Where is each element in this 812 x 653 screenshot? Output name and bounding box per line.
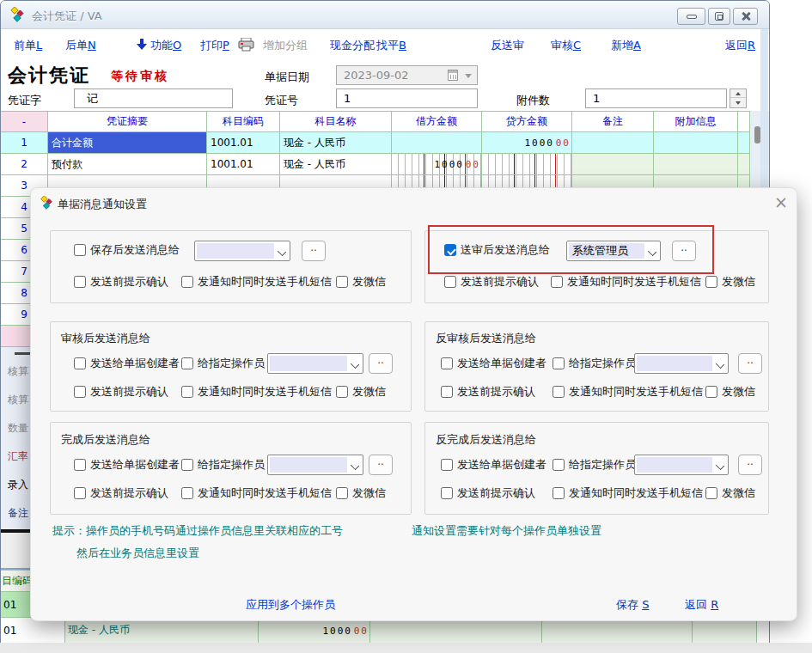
audit-operator-checkbox[interactable]: 给指定操作员 — [181, 357, 265, 370]
screen: 会计凭证 / VA 前单L 后单N 功能O 打印P 增加分组 现金分配 找平B … — [0, 0, 812, 653]
grid-cell-remark[interactable] — [572, 154, 654, 175]
submit-sms-checkbox[interactable]: 发通知时同时发送手机短信 — [551, 275, 701, 289]
uncomplete-wechat-checkbox[interactable]: 发微信 — [705, 486, 755, 500]
toolbar-return[interactable]: 返回R — [725, 38, 755, 53]
grid-cell-summary[interactable]: 合计金额 — [48, 132, 207, 154]
row-number[interactable]: 1 — [1, 132, 48, 154]
save-button[interactable]: 保存 S — [616, 597, 649, 613]
unaudit-confirm-checkbox[interactable]: 发送前提示确认 — [441, 385, 535, 399]
scrollbar-thumb[interactable] — [754, 126, 760, 143]
audit-browse-button[interactable]: .. — [369, 353, 393, 374]
back-button[interactable]: 返回 R — [685, 597, 718, 613]
grid-cell-debit[interactable]: 100000 — [392, 154, 482, 175]
bottom-grid-cell-code[interactable]: 01 — [1, 618, 65, 644]
down-arrow-icon — [137, 39, 147, 51]
toolbar-cash-allocate[interactable]: 现金分配 — [330, 38, 375, 53]
toolbar-functions[interactable]: 功能O — [150, 38, 181, 53]
voucher-word-input[interactable] — [74, 88, 233, 108]
audit-confirm-checkbox[interactable]: 发送前提示确认 — [74, 385, 168, 399]
restore-icon — [715, 12, 723, 21]
row-number[interactable]: 2 — [1, 154, 48, 175]
complete-wechat-checkbox[interactable]: 发微信 — [336, 486, 386, 500]
group-title: 反完成后发送消息给 — [436, 432, 536, 448]
close-button[interactable] — [733, 8, 758, 25]
grid-cell-account-code[interactable]: 1001.01 — [207, 154, 280, 175]
submit-notify-recipient-combo[interactable]: 系统管理员 — [566, 241, 661, 261]
toolbar-next-voucher[interactable]: 后单N — [65, 38, 96, 53]
toolbar-new[interactable]: 新增A — [611, 38, 641, 53]
save-sms-checkbox[interactable]: 发通知时同时发送手机短信 — [181, 275, 332, 289]
grid-cell-credit[interactable] — [482, 154, 572, 175]
grid-cell-extra-info[interactable] — [654, 154, 738, 175]
unaudit-sms-checkbox[interactable]: 发通知时同时发送手机短信 — [553, 385, 703, 399]
apply-to-operators-link[interactable]: 应用到多个操作员 — [246, 597, 335, 613]
attachment-count-input[interactable] — [585, 88, 727, 108]
grid-header-account-code: 科目编码 — [207, 111, 280, 132]
unaudit-operator-checkbox[interactable]: 给指定操作员 — [553, 357, 636, 370]
complete-creator-checkbox[interactable]: 发送给单据创建者 — [74, 458, 180, 472]
audit-wechat-checkbox[interactable]: 发微信 — [336, 385, 386, 399]
complete-confirm-checkbox[interactable]: 发送前提示确认 — [74, 486, 168, 500]
submit-notify-browse-button[interactable]: .. — [672, 241, 696, 261]
table-row: 1 合计金额 1001.01 现金 - 人民币 100000 — [1, 132, 750, 154]
complete-sms-checkbox[interactable]: 发通知时同时发送手机短信 — [181, 486, 332, 500]
uncomplete-browse-button[interactable]: .. — [738, 455, 762, 475]
checkbox-icon — [74, 244, 86, 256]
printer-icon[interactable] — [238, 38, 254, 52]
date-picker[interactable]: 2023-09-02 — [336, 65, 478, 85]
complete-operator-combo[interactable] — [267, 455, 363, 475]
unaudit-wechat-checkbox[interactable]: 发微信 — [705, 385, 755, 399]
submit-confirm-checkbox[interactable]: 发送前提示确认 — [444, 275, 539, 289]
tip-text-1: 提示：操作员的手机号码通过操作员信息里关联相应的工号 — [52, 523, 343, 539]
uncomplete-operator-checkbox[interactable]: 给指定操作员 — [553, 458, 636, 472]
toolbar-add-group[interactable]: 增加分组 — [263, 38, 308, 53]
toolbar-balance[interactable]: 找平B — [376, 38, 406, 53]
toolbar-prev-voucher[interactable]: 前单L — [14, 38, 42, 53]
audit-operator-combo[interactable] — [267, 353, 363, 374]
audit-creator-checkbox[interactable]: 发送给单据创建者 — [74, 357, 180, 370]
minimize-button[interactable] — [677, 8, 705, 25]
bottom-grid-cell-debit[interactable]: 100000 — [259, 618, 370, 644]
grid-cell-account-name[interactable]: 现金 - 人民币 — [280, 132, 392, 154]
grid-cell-credit[interactable]: 100000 — [482, 132, 572, 154]
grid-header-row: - 凭证摘要 科目编码 科目名称 借方金额 贷方金额 备注 附加信息 — [1, 111, 750, 132]
stepper-down-button[interactable] — [730, 99, 746, 107]
grid-cell-summary[interactable]: 预付款 — [48, 154, 207, 175]
unaudit-creator-checkbox[interactable]: 发送给单据创建者 — [441, 357, 546, 370]
uncomplete-sms-checkbox[interactable]: 发通知时同时发送手机短信 — [553, 486, 703, 500]
stepper-up-button[interactable] — [730, 89, 746, 98]
dialog-close-icon[interactable]: × — [771, 192, 791, 212]
grid-header-summary: 凭证摘要 — [48, 111, 207, 132]
complete-browse-button[interactable]: .. — [369, 455, 393, 475]
submit-wechat-checkbox[interactable]: 发微信 — [705, 275, 755, 289]
unaudit-browse-button[interactable]: .. — [738, 353, 762, 374]
grid-cell-debit[interactable] — [392, 132, 482, 154]
up-arrow-icon — [736, 92, 741, 95]
complete-operator-checkbox[interactable]: 给指定操作员 — [181, 458, 265, 472]
toolbar-unsubmit[interactable]: 反送审 — [491, 38, 524, 53]
save-notify-checkbox[interactable]: 保存后发送消息给 — [74, 243, 180, 257]
uncomplete-confirm-checkbox[interactable]: 发送前提示确认 — [441, 486, 535, 500]
toolbar-print[interactable]: 打印P — [200, 38, 229, 53]
voucher-number-input[interactable] — [336, 88, 478, 108]
toolbar-audit[interactable]: 审核C — [551, 38, 581, 53]
voucher-number-label: 凭证号 — [265, 93, 298, 108]
grid-cell-remark[interactable] — [572, 132, 654, 154]
bottom-grid-cell-account-name[interactable]: 现金 - 人民币 — [65, 618, 259, 644]
submit-notify-checkbox[interactable]: 送审后发送消息给 — [444, 243, 550, 257]
uncomplete-operator-combo[interactable] — [634, 455, 729, 475]
down-arrow-icon — [736, 101, 741, 105]
save-notify-recipient-combo[interactable] — [194, 241, 290, 261]
unaudit-operator-combo[interactable] — [634, 353, 729, 374]
calendar-icon — [448, 70, 458, 81]
save-wechat-checkbox[interactable]: 发微信 — [336, 275, 386, 289]
save-notify-browse-button[interactable]: .. — [302, 241, 326, 261]
save-confirm-checkbox[interactable]: 发送前提示确认 — [74, 275, 168, 289]
restore-button[interactable] — [708, 8, 730, 25]
uncomplete-creator-checkbox[interactable]: 发送给单据创建者 — [441, 458, 546, 472]
grid-cell-extra-info[interactable] — [654, 132, 738, 154]
grid-cell-account-name[interactable]: 现金 - 人民币 — [280, 154, 392, 175]
audit-sms-checkbox[interactable]: 发通知时同时发送手机短信 — [181, 385, 332, 399]
grid-cell-account-code[interactable]: 1001.01 — [207, 132, 280, 154]
bottom-grid-cell-credit[interactable] — [370, 618, 542, 644]
